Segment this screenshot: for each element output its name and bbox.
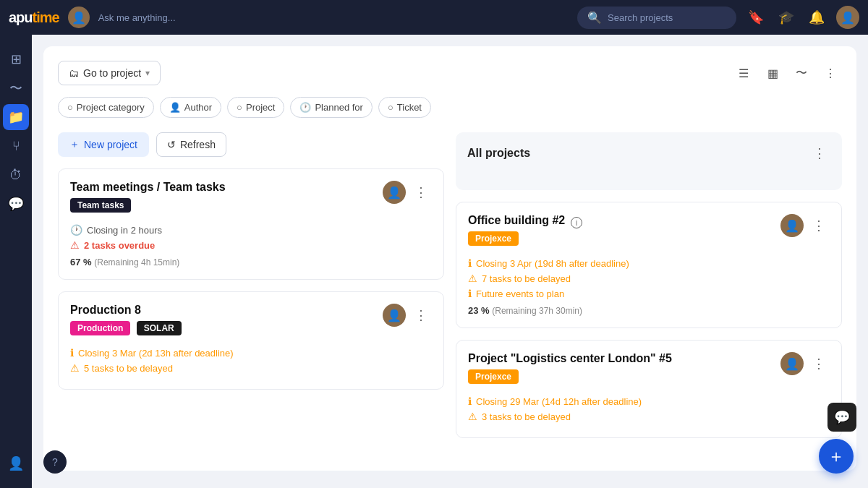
author-icon: 👤 <box>169 102 181 113</box>
sidebar-item-grid[interactable]: ⊞ <box>3 46 29 72</box>
card-header: Team meetings / Team tasks Team tasks 👤 … <box>70 181 432 218</box>
action-row: ＋ New project ↺ Refresh <box>58 132 444 157</box>
search-bar[interactable]: 🔍 <box>577 7 736 29</box>
filter-ticket-label: Ticket <box>397 102 422 113</box>
graduation-icon[interactable]: 🎓 <box>775 7 797 28</box>
future-text: Future events to plan <box>476 288 564 299</box>
go-to-project-button[interactable]: 🗂 Go to project ▾ <box>58 61 161 85</box>
all-projects-title: All projects <box>467 147 530 160</box>
progress-sub: (Remaining 4h 15min) <box>94 257 179 267</box>
sidebar: ⊞ 〜 📁 ⑂ ⏱ 💬 👤 <box>0 35 32 488</box>
main-content: 🗂 Go to project ▾ ☰ ▦ 〜 ⋮ ○ Project cate… <box>32 35 868 488</box>
project-card-logistics: Project "Logistics center London" #5 Pro… <box>456 340 842 438</box>
filter-author-label: Author <box>184 102 212 113</box>
fab-plus-icon: ＋ <box>827 445 845 468</box>
refresh-label: Refresh <box>180 139 216 150</box>
project-title: Office building #2 <box>468 214 565 227</box>
project-tag: Projexce <box>468 369 519 384</box>
filter-project-label: Project <box>246 102 275 113</box>
delayed-row: ⚠ 7 tasks to be delayed <box>468 273 830 284</box>
deadline-row: ℹ Closing 29 Mar (14d 12h after deadline… <box>468 395 830 407</box>
new-project-button[interactable]: ＋ New project <box>58 132 149 157</box>
projects-area: ＋ New project ↺ Refresh Team meetings / … <box>58 132 842 450</box>
project-tag: Team tasks <box>70 198 131 213</box>
filter-ticket[interactable]: ○ Ticket <box>378 97 431 118</box>
deadline-row: ℹ Closing 3 Apr (19d 8h after deadline) <box>468 257 830 269</box>
fab-add-button[interactable]: ＋ <box>819 439 854 474</box>
overdue-row: ⚠ 2 tasks overdue <box>70 239 432 251</box>
bell-icon[interactable]: 🔔 <box>806 7 827 28</box>
search-input[interactable] <box>608 12 726 23</box>
deadline-text: Closing 3 Apr (19d 8h after deadline) <box>476 258 629 269</box>
sidebar-item-folder[interactable]: 📁 <box>3 104 29 130</box>
help-icon: ? <box>52 456 58 468</box>
project-avatar: 👤 <box>383 304 406 327</box>
card-header: Project "Logistics center London" #5 Pro… <box>468 352 830 390</box>
card-menu-button[interactable]: ⋮ <box>808 216 830 235</box>
info-future-icon: ℹ <box>468 288 472 299</box>
project-filter-icon: ○ <box>237 102 242 113</box>
refresh-button[interactable]: ↺ Refresh <box>156 132 226 157</box>
chat-widget[interactable]: 💬 <box>827 403 856 432</box>
table-icon-btn[interactable]: ▦ <box>761 61 784 85</box>
sidebar-item-branch[interactable]: ⑂ <box>3 133 29 159</box>
sidebar-item-clock[interactable]: ⏱ <box>3 162 29 188</box>
filter-author[interactable]: 👤 Author <box>160 97 221 118</box>
sidebar-item-user[interactable]: 👤 <box>3 450 29 476</box>
project-avatar: 👤 <box>780 214 804 237</box>
warning-icon: ⚠ <box>70 239 80 251</box>
search-icon: 🔍 <box>587 11 602 25</box>
sidebar-item-chat[interactable]: 💬 <box>3 191 29 217</box>
title-row: Office building #2 i <box>468 214 582 231</box>
filter-row: ○ Project category 👤 Author ○ Project 🕐 … <box>58 97 842 118</box>
all-projects-menu-button[interactable]: ⋮ <box>809 144 830 163</box>
project-card-team-meetings: Team meetings / Team tasks Team tasks 👤 … <box>58 168 444 280</box>
sidebar-item-chart[interactable]: 〜 <box>3 75 29 101</box>
project-avatar: 👤 <box>780 352 804 375</box>
future-events-row: ℹ Future events to plan <box>468 288 830 299</box>
plus-icon: ＋ <box>69 138 80 151</box>
info-circle-icon: i <box>571 217 582 228</box>
delayed-text: 5 tasks to be delayed <box>84 363 173 374</box>
content-card: 🗂 Go to project ▾ ☰ ▦ 〜 ⋮ ○ Project cate… <box>43 46 856 471</box>
project-avatar: 👤 <box>383 181 406 204</box>
card-menu-button[interactable]: ⋮ <box>808 354 830 373</box>
project-title: Project "Logistics center London" #5 <box>468 352 672 365</box>
planned-for-icon: 🕐 <box>299 102 311 113</box>
logo-text: aputime <box>9 9 59 26</box>
user-avatar-small[interactable]: 👤 <box>68 7 90 28</box>
progress-row: 67 % (Remaining 4h 15min) <box>70 257 432 267</box>
bookmark-icon[interactable]: 🔖 <box>745 7 767 28</box>
new-project-label: New project <box>84 139 137 150</box>
all-projects-panel: All projects ⋮ <box>456 132 842 190</box>
filter-project-category[interactable]: ○ Project category <box>58 97 154 118</box>
filter-planned-for[interactable]: 🕐 Planned for <box>290 97 373 118</box>
go-to-project-label: Go to project <box>83 67 141 79</box>
projects-right: All projects ⋮ Office building #2 i Proj… <box>456 132 842 450</box>
toolbar-row: 🗂 Go to project ▾ ☰ ▦ 〜 ⋮ <box>58 61 842 85</box>
help-button[interactable]: ? <box>43 450 67 474</box>
filter-project-category-label: Project category <box>77 102 145 113</box>
filter-icon-btn[interactable]: ☰ <box>732 61 755 85</box>
warning-orange-icon: ⚠ <box>70 362 80 374</box>
progress-pct: 23 % <box>468 305 490 316</box>
chevron-down-icon: ▾ <box>145 68 150 78</box>
card-menu-button[interactable]: ⋮ <box>410 183 432 202</box>
warning-orange-icon: ⚠ <box>468 273 477 284</box>
toolbar-right: ☰ ▦ 〜 ⋮ <box>732 61 842 85</box>
info-icon: ℹ <box>468 395 472 407</box>
project-card-office-building: Office building #2 i Projexce 👤 ⋮ <box>456 202 842 328</box>
topnav: aputime 👤 Ask me anything... 🔍 🔖 🎓 🔔 👤 <box>0 0 868 35</box>
card-menu-button[interactable]: ⋮ <box>410 306 432 325</box>
card-header: Office building #2 i Projexce 👤 ⋮ <box>468 214 830 252</box>
deadline-row: ℹ Closing 3 Mar (2d 13h after deadline) <box>70 347 432 359</box>
filter-project[interactable]: ○ Project <box>227 97 284 118</box>
more-options-btn[interactable]: ⋮ <box>819 61 842 85</box>
user-avatar-nav[interactable]: 👤 <box>836 6 859 29</box>
folder-icon: 🗂 <box>69 67 79 79</box>
chart-icon-btn[interactable]: 〜 <box>790 61 813 85</box>
progress-row: 23 % (Remaining 37h 30min) <box>468 305 830 316</box>
card-header-right: 👤 ⋮ <box>780 214 830 237</box>
all-projects-header: All projects ⋮ <box>467 144 830 163</box>
refresh-icon: ↺ <box>167 139 176 150</box>
